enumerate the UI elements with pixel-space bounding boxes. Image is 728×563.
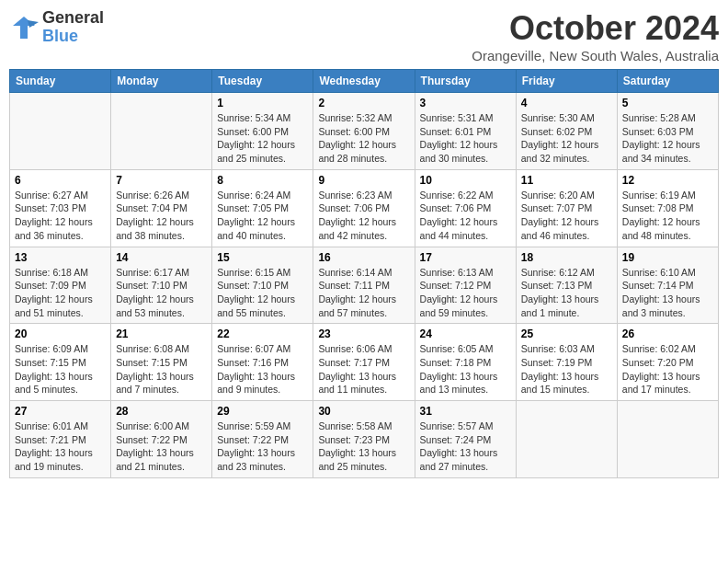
day-number: 27 [15, 405, 106, 418]
weekday-header: Saturday [617, 70, 718, 93]
weekday-header: Thursday [415, 70, 516, 93]
day-info: Sunrise: 6:01 AM Sunset: 7:21 PM Dayligh… [15, 419, 106, 474]
calendar-cell: 27Sunrise: 6:01 AM Sunset: 7:21 PM Dayli… [10, 401, 111, 478]
day-info: Sunrise: 6:12 AM Sunset: 7:13 PM Dayligh… [521, 266, 612, 320]
day-number: 22 [217, 327, 308, 340]
calendar-cell: 2Sunrise: 5:32 AM Sunset: 6:00 PM Daylig… [313, 93, 415, 170]
day-number: 14 [116, 251, 207, 264]
month-title: October 2024 [472, 9, 719, 48]
calendar-cell: 20Sunrise: 6:09 AM Sunset: 7:15 PM Dayli… [10, 324, 111, 401]
day-info: Sunrise: 6:06 AM Sunset: 7:17 PM Dayligh… [318, 342, 409, 396]
weekday-header: Friday [516, 70, 617, 93]
day-info: Sunrise: 6:19 AM Sunset: 7:08 PM Dayligh… [622, 189, 713, 243]
day-number: 15 [217, 251, 308, 264]
day-number: 5 [622, 97, 713, 109]
calendar-week: 20Sunrise: 6:09 AM Sunset: 7:15 PM Dayli… [10, 324, 719, 401]
calendar-cell: 1Sunrise: 5:34 AM Sunset: 6:00 PM Daylig… [212, 93, 313, 170]
day-number: 1 [217, 97, 308, 109]
day-info: Sunrise: 5:31 AM Sunset: 6:01 PM Dayligh… [420, 111, 511, 166]
calendar-table: SundayMondayTuesdayWednesdayThursdayFrid… [9, 69, 719, 478]
calendar-header: SundayMondayTuesdayWednesdayThursdayFrid… [10, 70, 719, 93]
calendar-cell: 14Sunrise: 6:17 AM Sunset: 7:10 PM Dayli… [111, 247, 212, 324]
calendar-cell: 26Sunrise: 6:02 AM Sunset: 7:20 PM Dayli… [617, 324, 718, 401]
day-number: 3 [420, 97, 511, 109]
day-info: Sunrise: 6:03 AM Sunset: 7:19 PM Dayligh… [521, 342, 612, 396]
day-info: Sunrise: 6:00 AM Sunset: 7:22 PM Dayligh… [116, 419, 207, 474]
logo: General Blue [9, 9, 104, 46]
title-area: October 2024 Orangeville, New South Wale… [472, 9, 719, 63]
day-number: 20 [15, 327, 106, 340]
day-info: Sunrise: 6:24 AM Sunset: 7:05 PM Dayligh… [217, 189, 308, 243]
day-number: 19 [622, 251, 713, 264]
day-info: Sunrise: 6:05 AM Sunset: 7:18 PM Dayligh… [420, 342, 511, 396]
day-info: Sunrise: 6:09 AM Sunset: 7:15 PM Dayligh… [15, 342, 106, 396]
calendar-cell: 12Sunrise: 6:19 AM Sunset: 7:08 PM Dayli… [617, 169, 718, 247]
day-info: Sunrise: 6:08 AM Sunset: 7:15 PM Dayligh… [116, 342, 207, 396]
calendar-cell: 23Sunrise: 6:06 AM Sunset: 7:17 PM Dayli… [313, 324, 415, 401]
day-info: Sunrise: 5:59 AM Sunset: 7:22 PM Dayligh… [217, 419, 308, 474]
day-number: 12 [622, 174, 713, 187]
day-info: Sunrise: 6:02 AM Sunset: 7:20 PM Dayligh… [622, 342, 713, 396]
calendar-cell: 10Sunrise: 6:22 AM Sunset: 7:06 PM Dayli… [415, 169, 516, 247]
calendar-body: 1Sunrise: 5:34 AM Sunset: 6:00 PM Daylig… [10, 93, 719, 478]
weekday-header: Monday [111, 70, 212, 93]
calendar-cell: 15Sunrise: 6:15 AM Sunset: 7:10 PM Dayli… [212, 247, 313, 324]
calendar-cell: 19Sunrise: 6:10 AM Sunset: 7:14 PM Dayli… [617, 247, 718, 324]
location: Orangeville, New South Wales, Australia [472, 48, 719, 63]
calendar-cell: 8Sunrise: 6:24 AM Sunset: 7:05 PM Daylig… [212, 169, 313, 247]
calendar-cell: 24Sunrise: 6:05 AM Sunset: 7:18 PM Dayli… [415, 324, 516, 401]
day-info: Sunrise: 6:13 AM Sunset: 7:12 PM Dayligh… [420, 266, 511, 320]
day-number: 7 [116, 174, 207, 187]
calendar-cell: 9Sunrise: 6:23 AM Sunset: 7:06 PM Daylig… [313, 169, 415, 247]
day-number: 26 [622, 327, 713, 340]
day-number: 30 [318, 405, 409, 418]
day-number: 17 [420, 251, 511, 264]
day-info: Sunrise: 6:17 AM Sunset: 7:10 PM Dayligh… [116, 266, 207, 320]
page-header: General Blue October 2024 Orangeville, N… [9, 9, 719, 63]
calendar-cell: 5Sunrise: 5:28 AM Sunset: 6:03 PM Daylig… [617, 93, 718, 170]
logo-icon [9, 13, 39, 42]
day-info: Sunrise: 5:57 AM Sunset: 7:24 PM Dayligh… [420, 419, 511, 474]
day-number: 11 [521, 174, 612, 187]
calendar-week: 1Sunrise: 5:34 AM Sunset: 6:00 PM Daylig… [10, 93, 719, 170]
day-info: Sunrise: 6:10 AM Sunset: 7:14 PM Dayligh… [622, 266, 713, 320]
calendar-week: 6Sunrise: 6:27 AM Sunset: 7:03 PM Daylig… [10, 169, 719, 247]
calendar-week: 13Sunrise: 6:18 AM Sunset: 7:09 PM Dayli… [10, 247, 719, 324]
calendar-cell: 13Sunrise: 6:18 AM Sunset: 7:09 PM Dayli… [10, 247, 111, 324]
day-number: 4 [521, 97, 612, 109]
calendar-cell: 21Sunrise: 6:08 AM Sunset: 7:15 PM Dayli… [111, 324, 212, 401]
calendar-week: 27Sunrise: 6:01 AM Sunset: 7:21 PM Dayli… [10, 401, 719, 478]
day-info: Sunrise: 6:26 AM Sunset: 7:04 PM Dayligh… [116, 189, 207, 243]
day-number: 25 [521, 327, 612, 340]
day-number: 8 [217, 174, 308, 187]
day-info: Sunrise: 5:28 AM Sunset: 6:03 PM Dayligh… [622, 111, 713, 166]
calendar-cell: 7Sunrise: 6:26 AM Sunset: 7:04 PM Daylig… [111, 169, 212, 247]
weekday-header: Wednesday [313, 70, 415, 93]
day-number: 13 [15, 251, 106, 264]
calendar-cell: 28Sunrise: 6:00 AM Sunset: 7:22 PM Dayli… [111, 401, 212, 478]
svg-marker-0 [13, 17, 35, 39]
calendar-cell: 6Sunrise: 6:27 AM Sunset: 7:03 PM Daylig… [10, 169, 111, 247]
day-number: 2 [318, 97, 409, 109]
calendar-cell: 25Sunrise: 6:03 AM Sunset: 7:19 PM Dayli… [516, 324, 617, 401]
calendar-cell: 16Sunrise: 6:14 AM Sunset: 7:11 PM Dayli… [313, 247, 415, 324]
calendar-cell: 3Sunrise: 5:31 AM Sunset: 6:01 PM Daylig… [415, 93, 516, 170]
day-number: 6 [15, 174, 106, 187]
day-number: 9 [318, 174, 409, 187]
day-info: Sunrise: 6:14 AM Sunset: 7:11 PM Dayligh… [318, 266, 409, 320]
day-number: 10 [420, 174, 511, 187]
day-info: Sunrise: 6:23 AM Sunset: 7:06 PM Dayligh… [318, 189, 409, 243]
calendar-cell: 30Sunrise: 5:58 AM Sunset: 7:23 PM Dayli… [313, 401, 415, 478]
day-info: Sunrise: 6:22 AM Sunset: 7:06 PM Dayligh… [420, 189, 511, 243]
day-info: Sunrise: 5:58 AM Sunset: 7:23 PM Dayligh… [318, 419, 409, 474]
day-info: Sunrise: 6:15 AM Sunset: 7:10 PM Dayligh… [217, 266, 308, 320]
day-number: 24 [420, 327, 511, 340]
day-number: 31 [420, 405, 511, 418]
calendar-cell: 31Sunrise: 5:57 AM Sunset: 7:24 PM Dayli… [415, 401, 516, 478]
calendar-cell: 17Sunrise: 6:13 AM Sunset: 7:12 PM Dayli… [415, 247, 516, 324]
svg-marker-1 [28, 20, 39, 28]
logo-text: General Blue [42, 9, 104, 46]
day-number: 29 [217, 405, 308, 418]
calendar-cell: 18Sunrise: 6:12 AM Sunset: 7:13 PM Dayli… [516, 247, 617, 324]
day-number: 18 [521, 251, 612, 264]
